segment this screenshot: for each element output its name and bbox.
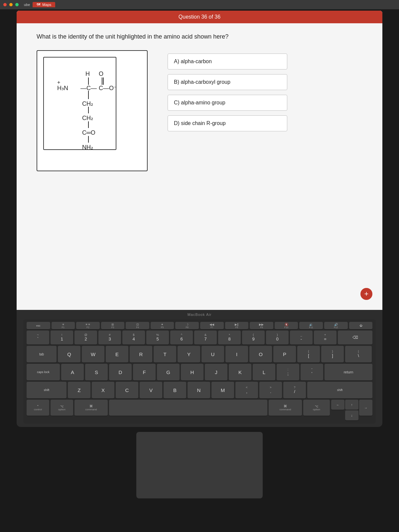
key-o[interactable]: O <box>249 346 272 362</box>
key-backspace[interactable]: ⌫ <box>338 331 372 344</box>
key-p[interactable]: P <box>273 346 296 362</box>
key-space[interactable] <box>109 400 267 416</box>
key-rbracket[interactable]: }] <box>321 346 344 362</box>
answer-option-a[interactable]: A) alpha-carbon <box>168 54 287 69</box>
quiz-container: Question 36 of 36 What is the identity o… <box>17 11 382 310</box>
amino-acid-structure: + H₃N —C— H O <box>47 58 137 164</box>
answer-option-b[interactable]: B) alpha-carboxyl group <box>168 74 287 90</box>
key-v[interactable]: V <box>140 382 162 398</box>
key-f[interactable]: F <box>133 364 156 380</box>
key-9[interactable]: (9 <box>242 331 265 344</box>
key-r[interactable]: R <box>130 346 152 362</box>
key-touchid[interactable]: ⏻ <box>349 322 373 329</box>
key-f2[interactable]: ☀☀F2 <box>76 322 100 329</box>
key-equals[interactable]: += <box>314 331 336 344</box>
key-shift-left[interactable]: shift <box>27 382 66 398</box>
key-3[interactable]: #3 <box>98 331 121 344</box>
key-d[interactable]: D <box>109 364 132 380</box>
key-command-right[interactable]: ⌘ command <box>269 400 302 416</box>
key-e[interactable]: E <box>106 346 128 362</box>
key-arrow-up[interactable]: ↑ <box>345 400 358 410</box>
key-t[interactable]: T <box>154 346 176 362</box>
key-backtick[interactable]: ~` <box>27 331 49 344</box>
svg-text:H: H <box>85 70 90 77</box>
key-f8[interactable]: ▶‖F8 <box>225 322 249 329</box>
key-6[interactable]: ^6 <box>170 331 193 344</box>
asdf-row: caps lock A S D F G H J K L :; "' return <box>27 364 372 380</box>
key-f1[interactable]: ☀F1 <box>52 322 75 329</box>
key-z[interactable]: Z <box>68 382 90 398</box>
key-quote[interactable]: "' <box>301 364 323 380</box>
key-f10[interactable]: 🔇F10 <box>275 322 298 329</box>
key-arrow-down[interactable]: ↓ <box>345 410 358 420</box>
key-8[interactable]: *8 <box>218 331 241 344</box>
key-minus[interactable]: _- <box>290 331 313 344</box>
trackpad[interactable] <box>136 432 263 498</box>
laptop-screen: Question 36 of 36 What is the identity o… <box>17 11 382 310</box>
key-i[interactable]: I <box>225 346 248 362</box>
answer-option-c[interactable]: C) alpha-amino group <box>168 95 287 111</box>
quiz-question-text: What is the identity of the unit highlig… <box>37 33 362 40</box>
key-f7[interactable]: ◀◀F7 <box>200 322 224 329</box>
key-period[interactable]: >. <box>259 382 282 398</box>
key-2[interactable]: @2 <box>74 331 97 344</box>
key-command-left[interactable]: ⌘ command <box>74 400 108 416</box>
key-0[interactable]: )0 <box>266 331 289 344</box>
key-f12[interactable]: 🔊F12 <box>324 322 348 329</box>
maximize-dot[interactable] <box>15 3 19 6</box>
key-b[interactable]: B <box>164 382 186 398</box>
key-y[interactable]: Y <box>178 346 200 362</box>
svg-text:—C—: —C— <box>80 85 97 91</box>
key-slash[interactable]: ?/ <box>283 382 306 398</box>
key-n[interactable]: N <box>188 382 210 398</box>
key-5[interactable]: %5 <box>146 331 169 344</box>
key-fn-escape[interactable]: esc <box>27 322 50 329</box>
minimize-dot[interactable] <box>9 3 13 6</box>
key-h[interactable]: H <box>181 364 203 380</box>
svg-text:NH₂: NH₂ <box>82 144 93 151</box>
key-option-right[interactable]: ⌥ option <box>303 400 330 416</box>
key-semicolon[interactable]: :; <box>277 364 299 380</box>
svg-text:+: + <box>57 79 60 85</box>
key-s[interactable]: S <box>85 364 108 380</box>
close-dot[interactable] <box>3 3 7 6</box>
key-l[interactable]: L <box>253 364 275 380</box>
key-tab[interactable]: tab <box>27 346 57 362</box>
key-k[interactable]: K <box>229 364 251 380</box>
key-u[interactable]: U <box>201 346 224 362</box>
key-f9[interactable]: ▶▶F9 <box>250 322 273 329</box>
key-comma[interactable]: <, <box>235 382 258 398</box>
key-f4[interactable]: ⊡F4 <box>126 322 149 329</box>
key-7[interactable]: &7 <box>194 331 217 344</box>
key-arrow-left[interactable]: ← <box>331 400 344 410</box>
key-f5[interactable]: ✦F5 <box>151 322 174 329</box>
maps-icon: 🗺 <box>37 3 40 7</box>
key-lbracket[interactable]: {[ <box>297 346 320 362</box>
maps-tab[interactable]: 🗺 Maps <box>33 2 55 7</box>
key-j[interactable]: J <box>205 364 227 380</box>
key-f3[interactable]: ⊞F3 <box>101 322 125 329</box>
key-capslock[interactable]: caps lock <box>27 364 60 380</box>
key-return[interactable]: return <box>325 364 372 380</box>
key-arrow-right[interactable]: → <box>359 400 372 416</box>
answer-option-d[interactable]: D) side chain R-group <box>168 115 287 131</box>
key-w[interactable]: W <box>82 346 104 362</box>
plus-button[interactable]: + <box>360 288 372 300</box>
key-1[interactable]: !1 <box>51 331 73 344</box>
key-backslash[interactable]: |\ <box>345 346 372 362</box>
key-c[interactable]: C <box>116 382 138 398</box>
key-shift-right[interactable]: shift <box>307 382 372 398</box>
key-f6[interactable]: ☽F6 <box>175 322 199 329</box>
key-q[interactable]: Q <box>58 346 80 362</box>
key-a[interactable]: A <box>61 364 84 380</box>
key-f11[interactable]: 🔉F11 <box>299 322 323 329</box>
key-m[interactable]: M <box>211 382 234 398</box>
key-x[interactable]: X <box>92 382 114 398</box>
key-control[interactable]: ⌃ control <box>27 400 49 416</box>
svg-text:O: O <box>99 70 103 77</box>
maps-tab-label: Maps <box>42 3 51 7</box>
trackpad-area <box>17 427 382 502</box>
key-option-left[interactable]: ⌥ option <box>51 400 73 416</box>
key-g[interactable]: G <box>157 364 180 380</box>
key-4[interactable]: $4 <box>122 331 145 344</box>
